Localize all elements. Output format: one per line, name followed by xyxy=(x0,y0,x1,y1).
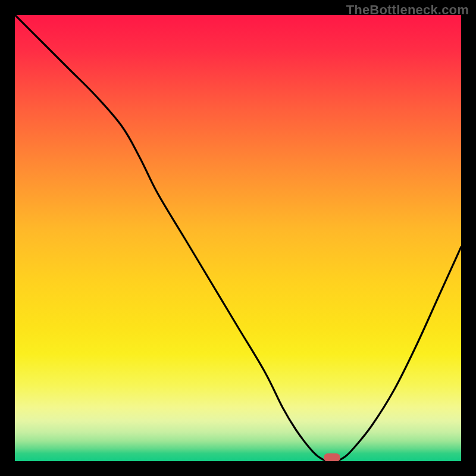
plot-area xyxy=(15,15,461,461)
optimal-point-marker xyxy=(324,453,340,461)
chart-frame: TheBottleneck.com xyxy=(0,0,476,476)
bottleneck-curve xyxy=(15,15,461,461)
curve-svg xyxy=(15,15,461,461)
